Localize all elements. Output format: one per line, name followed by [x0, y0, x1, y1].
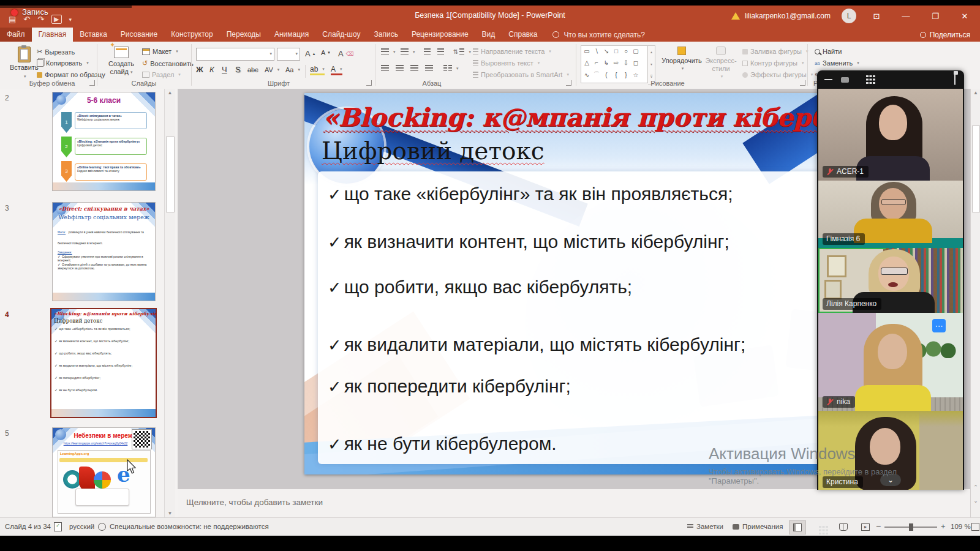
font-dialog-launcher[interactable] — [366, 80, 372, 86]
thumbnail-scrollbar[interactable]: ▲ ▼ — [164, 89, 175, 517]
next-slide-button[interactable]: ⌄ — [971, 498, 980, 504]
slide-thumbnail-2[interactable]: 5-6 класи 1 «Direct: спілкування в чатах… — [52, 92, 156, 191]
grow-font-button[interactable]: А▴ — [305, 49, 315, 58]
font-color-button[interactable]: А — [331, 65, 342, 75]
video-tile-active-speaker[interactable]: Лілія Карпенко — [818, 248, 963, 313]
shape-effects-button[interactable]: Эффекты фигуры — [742, 71, 813, 78]
speaker-view-icon[interactable] — [841, 77, 849, 83]
thumb5-link[interactable]: https://learningapps.org/watch?v=pxag0y0… — [53, 441, 138, 445]
tab-view[interactable]: Вид — [475, 28, 502, 42]
line-spacing-button[interactable]: ⇅ — [453, 48, 471, 55]
shape-icon[interactable]: △ — [582, 58, 592, 67]
numbering-button[interactable] — [401, 48, 415, 55]
restore-button[interactable]: ❐ — [926, 12, 944, 21]
slide-thumbnail-4-selected[interactable]: «Blocking: к@мпанія проти кібербулінгу» … — [50, 308, 157, 418]
minimize-button[interactable]: — — [897, 12, 915, 21]
slideshow-view-button[interactable]: ▸ — [858, 520, 873, 533]
slide-bullet[interactable]: ✓як не бути кібербулером. — [328, 433, 557, 454]
slide-bullet[interactable]: ✓що таке «кібербулінг» та як він проявля… — [328, 184, 733, 204]
minimize-videos-icon[interactable] — [824, 79, 832, 81]
slide-bullet[interactable]: ✓що робити, якщо вас кібербулять; — [328, 277, 632, 298]
shape-icon[interactable]: ▭ — [582, 47, 592, 56]
slide-bullet[interactable]: ✓як визначити контент, що містить кіберб… — [328, 231, 729, 252]
shape-icon[interactable]: ⇨ — [611, 58, 621, 67]
spellcheck-icon[interactable]: ✓ — [54, 522, 62, 531]
shape-icon[interactable]: ○ — [621, 47, 631, 56]
language-indicator[interactable]: русский — [69, 523, 94, 530]
zoom-level[interactable]: 109 % — [951, 523, 971, 530]
reading-view-button[interactable] — [835, 520, 851, 533]
slide-subtitle[interactable]: Цифровий детокс — [322, 137, 545, 165]
zoom-slider-thumb[interactable] — [909, 523, 913, 531]
shape-icon[interactable]: ∿ — [582, 70, 592, 80]
increase-indent-button[interactable] — [437, 48, 444, 55]
scrollbar-thumb[interactable] — [166, 137, 175, 212]
replace-button[interactable]: abЗаменить — [815, 59, 859, 67]
tab-home[interactable]: Главная — [32, 28, 74, 42]
tab-design[interactable]: Конструктор — [164, 28, 219, 42]
tab-transitions[interactable]: Переходы — [220, 28, 268, 42]
shape-icon[interactable]: ◻ — [631, 58, 641, 67]
zoom-out-button[interactable]: − — [876, 521, 881, 531]
gallery-view-icon[interactable] — [866, 75, 875, 84]
video-tile[interactable]: Гімназія 6 — [818, 181, 963, 248]
strikethrough-button[interactable]: abc — [247, 66, 258, 73]
shape-fill-button[interactable]: Заливка фигуры — [742, 48, 809, 55]
fit-to-window-button[interactable] — [971, 523, 979, 531]
video-tile[interactable]: ACER-1 — [818, 89, 963, 181]
shapes-scrollbar[interactable]: ▴▾⊽ — [648, 45, 655, 84]
shape-icon[interactable]: ⌐ — [592, 58, 601, 67]
columns-button[interactable] — [443, 65, 459, 72]
bullets-button[interactable] — [381, 48, 396, 55]
tab-insert[interactable]: Вставка — [73, 28, 114, 42]
close-button[interactable]: ✕ — [956, 12, 974, 21]
section-button[interactable]: Раздел — [142, 71, 181, 78]
new-slide-button[interactable]: Создать слайд — [105, 47, 137, 75]
convert-smartart-button[interactable]: Преобразовать в SmartArt — [473, 71, 569, 78]
tab-slideshow[interactable]: Слайд-шоу — [315, 28, 367, 42]
text-highlight-button[interactable]: ab — [310, 65, 325, 75]
previous-slide-button[interactable]: ⌃ — [971, 484, 980, 490]
tab-animations[interactable]: Анимация — [268, 28, 315, 42]
shape-icon[interactable]: { — [611, 70, 621, 80]
more-options-button[interactable]: ⋯ — [932, 319, 946, 332]
find-button[interactable]: Найти — [815, 48, 842, 55]
quick-styles-button[interactable]: Экспресс-стили — [703, 47, 739, 79]
shape-icon[interactable]: ⌒ — [592, 70, 601, 80]
account-avatar[interactable]: L — [842, 9, 856, 23]
character-spacing-button[interactable]: AV — [265, 66, 279, 73]
text-direction-button[interactable]: Направление текста — [473, 48, 551, 55]
ribbon-display-options-icon[interactable]: ⊡ — [867, 12, 886, 21]
bold-button[interactable]: Ж — [196, 65, 203, 74]
tab-record[interactable]: Запись — [368, 28, 405, 42]
clear-formatting-button[interactable]: А⌫ — [338, 49, 353, 58]
notes-toggle[interactable]: Заметки — [687, 523, 723, 530]
shape-icon[interactable]: ▢ — [631, 47, 641, 56]
scroll-up-arrow[interactable]: ▲ — [971, 90, 980, 96]
change-case-button[interactable]: Aa — [285, 66, 300, 73]
italic-button[interactable]: К — [209, 65, 214, 74]
shape-icon[interactable]: ☆ — [631, 70, 641, 80]
copy-button[interactable]: Копировать — [37, 59, 89, 67]
slide-counter[interactable]: Слайд 4 из 34 — [5, 523, 51, 530]
shrink-font-button[interactable]: А▾ — [321, 49, 330, 56]
shape-icon[interactable]: } — [621, 70, 631, 80]
arrange-button[interactable]: Упорядочить — [662, 47, 702, 71]
video-tile[interactable]: ⋯ nika — [818, 313, 963, 411]
shape-icon[interactable]: ( — [601, 70, 611, 80]
tab-file[interactable]: Файл — [0, 28, 32, 42]
tell-me-box[interactable]: Что вы хотите сделать? — [564, 31, 645, 39]
scrollbar-thumb[interactable] — [972, 126, 980, 212]
format-painter-button[interactable]: Формат по образцу — [37, 71, 105, 78]
layout-button[interactable]: Макет — [142, 48, 178, 55]
cut-button[interactable]: ✂Вырезать — [37, 48, 75, 56]
shape-icon[interactable]: ⇩ — [621, 58, 631, 67]
normal-view-button[interactable] — [789, 520, 806, 534]
justify-button[interactable] — [425, 65, 433, 72]
shape-icon[interactable]: ↳ — [601, 58, 611, 67]
comments-toggle[interactable]: Примечания — [733, 523, 783, 530]
main-vertical-scrollbar[interactable]: ▲ ⌃ ⌄ — [970, 89, 980, 517]
accessibility-status[interactable]: Специальные возможности: не поддерживают… — [110, 523, 269, 530]
font-size-combo[interactable] — [277, 48, 300, 61]
align-left-button[interactable] — [381, 65, 389, 72]
